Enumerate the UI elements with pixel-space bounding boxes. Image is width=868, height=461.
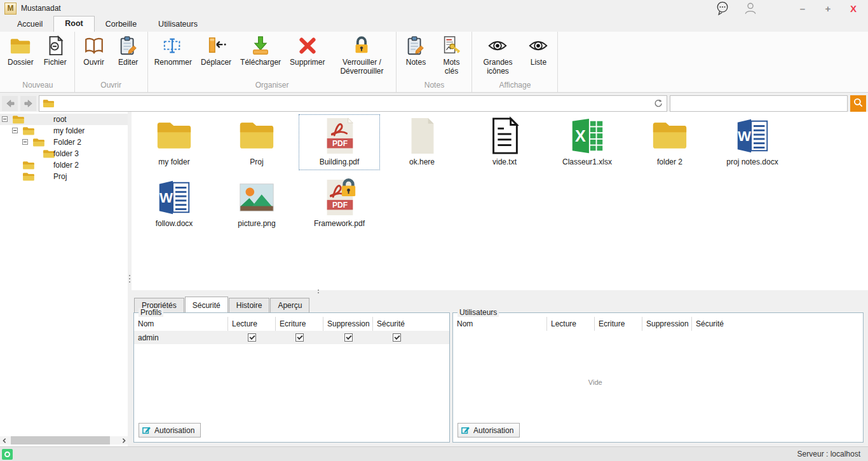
address-bar	[0, 95, 868, 112]
file-item-proj[interactable]: Proj	[216, 114, 297, 170]
search-icon	[853, 97, 864, 110]
close-button[interactable]: X	[848, 3, 859, 14]
search-button[interactable]	[850, 95, 866, 112]
user-account-icon[interactable]	[743, 1, 757, 15]
notes-button[interactable]: Notes	[398, 32, 433, 67]
file-item-building-pdf[interactable]: PDF Building.pdf	[299, 114, 380, 170]
move-icon	[205, 35, 227, 57]
tab-root[interactable]: Root	[53, 16, 94, 32]
column-header-nom[interactable]: Nom	[134, 317, 228, 331]
column-header-suppression[interactable]: Suppression	[642, 317, 692, 331]
horizontal-splitter-grip[interactable]	[318, 290, 319, 291]
folder-tree: root my folder Folder 2 folder 3	[0, 112, 128, 446]
file-item-vide-txt[interactable]: vide.txt	[464, 114, 545, 170]
folder-icon	[650, 116, 689, 156]
column-header-securite[interactable]: Sécurité	[373, 317, 449, 331]
folder-icon	[32, 138, 44, 147]
tree-item-root[interactable]: root	[0, 114, 128, 125]
rename-button[interactable]: Renommer	[150, 32, 196, 67]
column-header-lecture[interactable]: Lecture	[228, 317, 276, 331]
maximize-button[interactable]: +	[822, 3, 834, 14]
scrollbar-thumb[interactable]	[11, 436, 110, 444]
tree-item-my-folder[interactable]: my folder	[0, 125, 128, 137]
search-input[interactable]	[670, 95, 848, 112]
tree-item-folder-2-nested[interactable]: Folder 2	[0, 137, 128, 148]
collapse-icon[interactable]	[2, 116, 8, 122]
minimize-button[interactable]: –	[797, 3, 808, 14]
column-header-suppression[interactable]: Suppression	[323, 317, 373, 331]
chat-icon[interactable]	[715, 1, 729, 15]
tab-apercu[interactable]: Aperçu	[270, 298, 309, 312]
autorisation-button-profils[interactable]: Autorisation	[139, 423, 201, 438]
file-item-my-folder[interactable]: my folder	[133, 114, 215, 170]
open-book-icon	[83, 35, 105, 57]
column-header-ecriture[interactable]: Ecriture	[276, 317, 323, 331]
file-name: proj notes.docx	[726, 157, 778, 166]
file-item-follow-docx[interactable]: W follow.docx	[133, 176, 215, 232]
refresh-icon[interactable]	[653, 98, 663, 109]
open-button[interactable]: Ouvrir	[77, 32, 111, 67]
tree-item-folder-2[interactable]: folder 2	[0, 159, 128, 171]
ribbon-button-label: Fichier	[44, 58, 67, 67]
file-item-picture-png[interactable]: picture.png	[216, 176, 297, 232]
rename-icon	[162, 35, 184, 57]
tab-corbeille[interactable]: Corbeille	[95, 17, 147, 32]
path-field[interactable]	[39, 95, 667, 112]
checkbox-securite[interactable]	[393, 333, 401, 342]
tree-item-folder-3[interactable]: folder 3	[0, 148, 128, 159]
checkbox-suppression[interactable]	[344, 333, 353, 342]
lock-icon	[351, 35, 372, 57]
server-status-text: Serveur : localhost	[797, 450, 860, 458]
ribbon-button-label: Editer	[118, 58, 138, 67]
checkbox-lecture[interactable]	[248, 333, 256, 342]
profils-groupbox: Profils Nom Lecture Ecriture Suppression…	[133, 312, 450, 443]
tab-histoire[interactable]: Histoire	[229, 298, 270, 312]
forward-button[interactable]	[20, 96, 36, 111]
lock-unlock-button[interactable]: Verrouiller / Déverrouiller	[329, 32, 394, 76]
delete-x-icon	[297, 35, 318, 57]
file-item-proj-notes-docx[interactable]: W proj notes.docx	[712, 114, 793, 170]
file-item-framework-pdf[interactable]: PDF Framework.pdf	[299, 176, 380, 232]
column-header-lecture[interactable]: Lecture	[547, 317, 595, 331]
file-item-folder-2[interactable]: folder 2	[629, 114, 710, 170]
delete-button[interactable]: Supprimer	[285, 32, 329, 67]
move-button[interactable]: Déplacer	[196, 32, 236, 67]
tab-utilisateurs[interactable]: Utilisateurs	[147, 17, 208, 32]
ribbon-button-label: Grandes icônes	[478, 58, 517, 76]
tree-item-proj[interactable]: Proj	[0, 171, 128, 182]
file-icon	[402, 116, 442, 156]
ribbon-button-label: Télécharger	[240, 58, 281, 67]
new-file-button[interactable]: Fichier	[38, 32, 72, 67]
table-header: Nom Lecture Ecriture Suppression Sécurit…	[453, 317, 863, 331]
column-header-securite[interactable]: Sécurité	[692, 317, 863, 331]
new-folder-button[interactable]: Dossier	[3, 32, 38, 67]
column-header-nom[interactable]: Nom	[453, 317, 547, 331]
collapse-icon[interactable]	[22, 139, 28, 145]
button-label: Autorisation	[473, 426, 513, 435]
tab-accueil[interactable]: Accueil	[6, 17, 53, 32]
list-view-button[interactable]: Liste	[521, 32, 555, 67]
collapse-icon[interactable]	[12, 128, 18, 133]
file-name: picture.png	[238, 219, 275, 228]
autorisation-button-utilisateurs[interactable]: Autorisation	[458, 423, 520, 438]
new-file-icon	[44, 35, 66, 57]
tab-securite[interactable]: Sécurité	[185, 297, 228, 312]
checkbox-ecriture[interactable]	[295, 333, 304, 342]
keywords-button[interactable]: Mots clés	[433, 32, 470, 76]
file-item-classeur1-xlsx[interactable]: X Classeur1.xlsx	[546, 114, 628, 170]
ribbon-group-label: Nouveau	[3, 80, 72, 92]
back-button[interactable]	[2, 96, 18, 111]
ribbon-group-ouvrir: Ouvrir Editer Ouvrir	[75, 32, 148, 92]
scroll-right-icon[interactable]	[119, 436, 128, 444]
large-icons-button[interactable]: Grandes icônes	[474, 32, 521, 76]
scroll-left-icon[interactable]	[0, 436, 8, 444]
edit-button[interactable]: Editer	[111, 32, 146, 67]
table-row-admin[interactable]: admin	[134, 331, 449, 344]
file-item-ok-here[interactable]: ok.here	[381, 114, 463, 170]
tree-horizontal-scrollbar[interactable]	[0, 436, 128, 444]
column-header-ecriture[interactable]: Ecriture	[595, 317, 642, 331]
svg-text:X: X	[575, 127, 586, 145]
main-tab-bar: Accueil Root Corbeille Utilisateurs	[0, 17, 868, 32]
download-button[interactable]: Télécharger	[236, 32, 285, 67]
vertical-splitter-grip[interactable]	[129, 275, 130, 276]
